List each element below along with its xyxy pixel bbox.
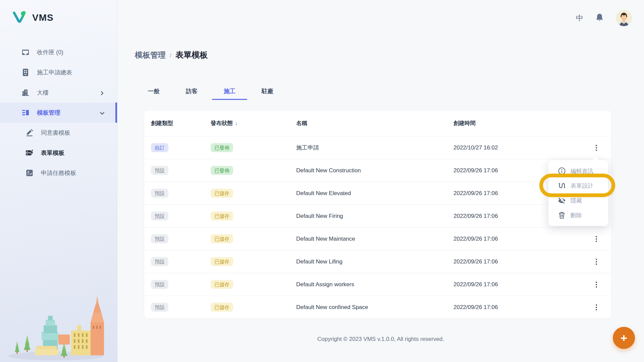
- type-badge: 自訂: [151, 143, 168, 152]
- created-time: 2022/09/26 17:06: [453, 304, 582, 311]
- form-template-icon: [25, 149, 34, 157]
- template-name: Default New Maintance: [296, 236, 453, 242]
- sidebar-item-label: 表單模板: [41, 149, 64, 157]
- status-badge: 已儲存: [211, 280, 233, 289]
- menu-item-delete[interactable]: 刪除: [548, 208, 608, 223]
- sidebar-item-form-template[interactable]: 表單模板: [0, 143, 117, 163]
- sidebar-item-construction-applications[interactable]: 施工申請總表: [0, 62, 117, 82]
- notification-bell-icon[interactable]: [595, 13, 604, 23]
- menu-item-label: 表單設計: [571, 182, 593, 190]
- menu-item-edit-info[interactable]: 編輯資訊: [548, 164, 608, 178]
- row-more-button[interactable]: [592, 257, 601, 266]
- type-badge: 預設: [151, 234, 168, 243]
- type-badge: 預設: [151, 303, 168, 312]
- created-time: 2022/09/26 17:06: [453, 236, 582, 242]
- sidebar-item-label: 收件匣 (0): [37, 48, 63, 56]
- form-design-icon: [558, 182, 566, 190]
- sidebar-item-label: 大樓: [37, 88, 49, 97]
- sidebar-item-task-template[interactable]: 申請任務模板: [0, 163, 117, 183]
- row-more-button[interactable]: [592, 143, 601, 153]
- sidebar-item-label: 同意書模板: [41, 129, 70, 137]
- breadcrumb-separator: /: [170, 52, 171, 59]
- row-more-button[interactable]: [592, 234, 601, 244]
- add-template-fab[interactable]: +: [613, 327, 635, 349]
- status-badge: 已發佈: [211, 143, 233, 152]
- type-badge: 預設: [151, 189, 168, 198]
- sidebar-item-buildings[interactable]: 大樓: [0, 82, 117, 103]
- sidebar-item-label: 施工申請總表: [37, 68, 72, 76]
- sort-desc-icon[interactable]: ↓: [235, 120, 237, 126]
- status-badge: 已儲存: [211, 189, 233, 198]
- breadcrumb: 模板管理 / 表單模板: [135, 50, 208, 60]
- table-row: 預設已發佈Default New Construction2022/09/26 …: [144, 159, 611, 182]
- table-row: 預設已儲存Default Assign workers2022/09/26 17…: [144, 273, 611, 296]
- tab-bar: 一般訪客施工駐廠: [135, 82, 286, 100]
- col-header-status[interactable]: 發布狀態↓: [211, 120, 296, 127]
- menu-item-label: 刪除: [571, 212, 582, 219]
- created-time: 2022/09/26 17:06: [453, 281, 582, 288]
- sidebar-item-template-management[interactable]: 模板管理: [0, 103, 117, 123]
- tab-4[interactable]: 駐廠: [249, 82, 286, 100]
- info-icon: [558, 167, 566, 175]
- template-name: Default Assign workers: [296, 281, 453, 288]
- chevron-down-icon: [100, 110, 104, 115]
- sidebar-nav: 收件匣 (0)施工申請總表大樓模板管理同意書模板表單模板申請任務模板: [0, 42, 117, 183]
- col-header-name[interactable]: 名稱: [296, 120, 453, 127]
- logo-text: VMS: [32, 12, 54, 23]
- tab-1[interactable]: 一般: [135, 82, 173, 100]
- inbox-icon: [21, 48, 30, 56]
- table-row: 預設已儲存Default New confined Space2022/09/2…: [144, 296, 611, 318]
- type-badge: 預設: [151, 212, 168, 221]
- table-row: 自訂已發佈施工申請2022/10/27 16:02: [144, 136, 611, 159]
- construction-list-icon: [21, 68, 30, 76]
- task-template-icon: [25, 169, 34, 177]
- template-table-card: 創建類型 發布狀態↓ 名稱 創建時間 自訂已發佈施工申請2022/10/27 1…: [144, 111, 611, 318]
- table-row: 預設已儲存Default New Firing2022/09/26 17:06: [144, 204, 611, 227]
- sidebar-item-label: 申請任務模板: [41, 169, 76, 177]
- header-actions: 中: [576, 10, 632, 26]
- row-more-button[interactable]: [592, 303, 601, 312]
- created-time: 2022/09/26 17:06: [453, 258, 582, 265]
- table-header: 創建類型 發布狀態↓ 名稱 創建時間: [144, 111, 611, 136]
- row-context-menu: 編輯資訊表單設計隱藏刪除: [548, 160, 608, 226]
- template-name: Default New Firing: [296, 213, 453, 220]
- table-row: 預設已儲存Default New Lifing2022/09/26 17:06: [144, 250, 611, 273]
- city-illustration: [5, 292, 109, 362]
- building-icon: [21, 88, 30, 97]
- status-badge: 已發佈: [211, 166, 233, 175]
- consent-template-icon: [25, 129, 34, 137]
- status-badge: 已儲存: [211, 303, 233, 312]
- menu-item-label: 隱藏: [571, 197, 582, 204]
- status-badge: 已儲存: [211, 234, 233, 243]
- template-name: Default New Elevated: [296, 190, 453, 197]
- menu-item-label: 編輯資訊: [571, 167, 593, 175]
- trash-icon: [558, 211, 566, 219]
- status-badge: 已儲存: [211, 212, 233, 221]
- sidebar: VMS 收件匣 (0)施工申請總表大樓模板管理同意書模板表單模板申請任務模板: [0, 0, 117, 362]
- type-badge: 預設: [151, 257, 168, 266]
- menu-item-hide[interactable]: 隱藏: [548, 193, 608, 208]
- row-more-button[interactable]: [592, 280, 601, 289]
- sidebar-item-consent-template[interactable]: 同意書模板: [0, 123, 117, 143]
- status-badge: 已儲存: [211, 257, 233, 266]
- tab-2[interactable]: 訪客: [173, 82, 211, 100]
- footer-copyright: Copyright © 2023 VMS v.1.0.0, All rights…: [117, 336, 644, 343]
- sidebar-item-inbox[interactable]: 收件匣 (0): [0, 42, 117, 62]
- template-manage-icon: [21, 109, 30, 117]
- eye-off-icon: [558, 196, 566, 204]
- chevron-right-icon: [100, 90, 104, 95]
- col-header-created[interactable]: 創建時間: [453, 120, 582, 127]
- user-avatar[interactable]: [616, 10, 632, 26]
- vms-logo-icon: [12, 10, 28, 25]
- created-time: 2022/10/27 16:02: [453, 144, 582, 151]
- col-header-type[interactable]: 創建類型: [144, 120, 211, 127]
- logo[interactable]: VMS: [0, 0, 117, 25]
- breadcrumb-parent[interactable]: 模板管理: [135, 50, 166, 60]
- template-name: Default New Lifing: [296, 258, 453, 265]
- table-row: 預設已儲存Default New Maintance2022/09/26 17:…: [144, 227, 611, 250]
- page-title: 表單模板: [175, 50, 208, 60]
- tab-3[interactable]: 施工: [211, 82, 249, 100]
- type-badge: 預設: [151, 280, 168, 289]
- menu-item-form-design[interactable]: 表單設計: [548, 178, 608, 193]
- language-switch-icon[interactable]: 中: [576, 14, 583, 22]
